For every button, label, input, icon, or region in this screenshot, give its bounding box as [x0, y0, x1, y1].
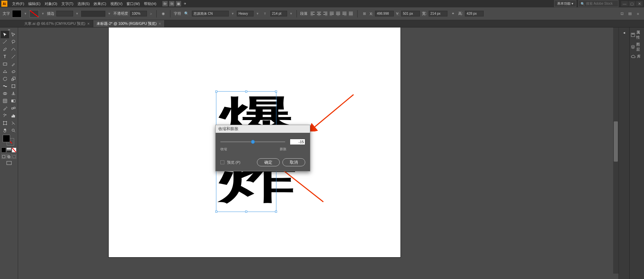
lasso-tool[interactable]: [9, 38, 17, 46]
more-icon[interactable]: ≡: [635, 10, 641, 17]
stroke-weight-dropdown-icon[interactable]: ▾: [75, 11, 79, 16]
canvas-area[interactable]: 爆 炸 收缩和膨胀: [18, 27, 619, 279]
color-chip-solid[interactable]: [1, 148, 6, 153]
opacity-field[interactable]: [130, 11, 147, 16]
menu-edit[interactable]: 编辑(E): [26, 1, 43, 6]
width-tool[interactable]: [1, 82, 9, 90]
font-size-dropdown-icon[interactable]: ▾: [289, 11, 293, 16]
slice-tool[interactable]: [9, 119, 17, 127]
menu-file[interactable]: 文件(F): [10, 1, 26, 6]
rotate-tool[interactable]: [1, 75, 9, 82]
scale-tool[interactable]: [9, 75, 17, 82]
stroke-dropdown-icon[interactable]: ▾: [41, 11, 45, 16]
justify-center-button[interactable]: [335, 10, 341, 17]
menu-effect[interactable]: 效果(C): [92, 1, 108, 6]
menu-type[interactable]: 文字(T): [59, 1, 75, 6]
eyedropper-tool[interactable]: [1, 105, 9, 112]
screen-mode-button[interactable]: [1, 160, 17, 166]
menu-help[interactable]: 帮助(H): [142, 1, 158, 6]
fill-dropdown-icon[interactable]: ▾: [23, 11, 28, 16]
artboard-tool[interactable]: [1, 119, 9, 127]
gpu-icon[interactable]: ✈: [182, 1, 188, 6]
y-field[interactable]: [401, 11, 420, 16]
slider-value-field[interactable]: [290, 139, 305, 145]
tab-close-icon[interactable]: ×: [87, 21, 90, 26]
justify-left-button[interactable]: [329, 10, 335, 17]
close-button[interactable]: ✕: [636, 1, 643, 6]
zoom-tool[interactable]: [9, 127, 17, 134]
color-chip-none[interactable]: [12, 148, 16, 153]
align-center-button[interactable]: [316, 10, 322, 17]
font-family-field[interactable]: [192, 11, 229, 16]
arrange-icon[interactable]: ▦: [176, 1, 181, 6]
justify-all-button[interactable]: [348, 10, 354, 17]
expand-panels-icon[interactable]: ◂: [619, 29, 629, 36]
magic-wand-tool[interactable]: [1, 38, 9, 46]
symbol-sprayer-tool[interactable]: [1, 112, 9, 119]
brush-style[interactable]: [81, 11, 105, 17]
bridge-icon[interactable]: Br: [162, 1, 168, 6]
preview-checkbox[interactable]: [220, 160, 224, 164]
recolor-icon[interactable]: ◉: [160, 10, 167, 17]
menu-object[interactable]: 对象(O): [43, 1, 59, 6]
vertical-scrollbar[interactable]: [613, 27, 619, 274]
curvature-tool[interactable]: [9, 46, 17, 53]
fill-stroke-indicator[interactable]: [1, 134, 17, 147]
minimize-button[interactable]: —: [621, 1, 628, 6]
paintbrush-tool[interactable]: [9, 60, 17, 68]
direct-selection-tool[interactable]: [9, 31, 17, 38]
fill-indicator[interactable]: [3, 135, 10, 142]
pen-tool[interactable]: [1, 46, 9, 53]
search-stock[interactable]: 🔍 搜索 Adobe Stock: [578, 0, 619, 7]
panel-tab-properties[interactable]: 属性: [630, 29, 644, 41]
rectangle-tool[interactable]: [1, 60, 9, 68]
align-right-button[interactable]: [322, 10, 328, 17]
justify-right-button[interactable]: [341, 10, 347, 17]
selection-tool[interactable]: [1, 31, 9, 38]
mesh-tool[interactable]: [1, 97, 9, 105]
workspace-switcher[interactable]: 基本功能 ▾: [554, 0, 576, 7]
column-graph-tool[interactable]: [9, 112, 17, 119]
width-field[interactable]: [429, 11, 447, 16]
document-tab[interactable]: 大寒.ai @ 66.67% (CMYK/GPU 预览) ×: [21, 20, 93, 27]
menu-select[interactable]: 选择(S): [75, 1, 92, 6]
shaper-tool[interactable]: [1, 68, 9, 75]
stroke-weight-field[interactable]: [56, 11, 73, 16]
x-field[interactable]: [375, 11, 394, 16]
stroke-swatch[interactable]: [30, 10, 39, 17]
link-wh-icon[interactable]: ⚭: [449, 10, 456, 17]
perspective-grid-tool[interactable]: [9, 90, 17, 97]
font-style-field[interactable]: [237, 11, 254, 16]
draw-behind[interactable]: [6, 154, 11, 159]
draw-inside[interactable]: [12, 154, 16, 159]
dialog-title[interactable]: 收缩和膨胀: [216, 125, 310, 133]
blend-tool[interactable]: [9, 105, 17, 112]
constrain-icon[interactable]: ⊡: [619, 10, 625, 17]
color-chip-gradient[interactable]: [6, 148, 11, 153]
scrollbar-thumb[interactable]: [614, 121, 618, 162]
ok-button[interactable]: 确定: [257, 158, 280, 166]
font-style-dropdown-icon[interactable]: ▾: [256, 11, 260, 16]
type-tool[interactable]: T: [1, 53, 9, 60]
eraser-tool[interactable]: [9, 68, 17, 75]
panel-tab-layers[interactable]: 图层: [630, 41, 644, 53]
maximize-button[interactable]: ▢: [629, 1, 635, 6]
gradient-tool[interactable]: [9, 97, 17, 105]
stock-icon[interactable]: St: [169, 1, 174, 6]
document-tab[interactable]: 未标题-2* @ 100% (RGB/GPU 预览) ×: [93, 20, 165, 27]
hand-tool[interactable]: [1, 127, 9, 134]
search-font-icon[interactable]: 🔍: [183, 10, 190, 17]
panel-tab-libraries[interactable]: 库: [630, 53, 644, 60]
brush-dropdown-icon[interactable]: ▾: [107, 11, 111, 16]
menu-window[interactable]: 窗口(W): [124, 1, 142, 6]
font-size-field[interactable]: [270, 11, 287, 16]
align-left-button[interactable]: [310, 10, 316, 17]
shape-builder-tool[interactable]: [1, 90, 9, 97]
slider-thumb[interactable]: [251, 140, 255, 144]
align-panel-icon[interactable]: ▤: [627, 10, 633, 17]
draw-normal[interactable]: [1, 154, 6, 159]
cancel-button[interactable]: 取消: [282, 158, 305, 166]
height-field[interactable]: [465, 11, 484, 16]
free-transform-tool[interactable]: [9, 82, 17, 90]
line-tool[interactable]: [9, 53, 17, 60]
